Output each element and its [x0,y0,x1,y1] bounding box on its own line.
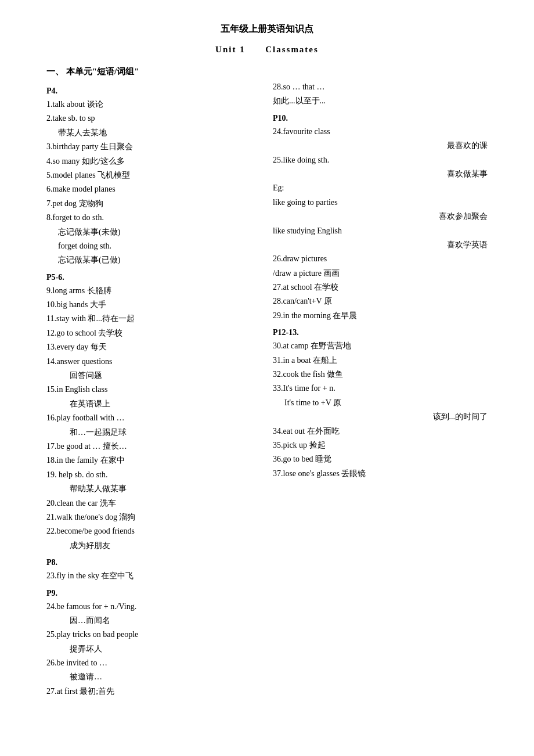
item-19-cn: 帮助某人做某事 [70,483,255,495]
right-column: 28.so … that … 如此...以至于... P10. 24.favou… [267,81,488,699]
item-9: 9.long arms 长胳膊 [46,285,255,297]
p8-label: P8. [46,558,255,567]
item-1: 1.talk about 谈论 [46,98,255,111]
p56-label: P5-6. [46,273,255,282]
item-r29: 29.in the morning 在早晨 [273,309,488,322]
item-r30: 30.at camp 在野营营地 [273,340,488,352]
item-8b: forget doing sth. [58,240,255,253]
item-22-cn: 成为好朋友 [70,539,255,552]
item-14-cn: 回答问题 [70,369,255,382]
item-27: 27.at first 最初;首先 [46,685,255,698]
item-28-cn: 如此...以至于... [273,95,488,107]
item-r27: 27.at school 在学校 [273,281,488,294]
item-3: 3.birthday party 生日聚会 [46,141,255,153]
item-26b-cn: 被邀请… [70,671,255,683]
item-r25-cn: 喜欢做某事 [273,168,488,181]
item-r25: 25.like doing sth. [273,154,488,167]
item-16-cn: 和…一起踢足球 [70,426,255,439]
item-eg2: like studying English [273,225,488,237]
item-r26b: /draw a picture 画画 [273,267,488,280]
item-r28: 28.can/can't+V 原 [273,295,488,308]
item-14: 14.answer questions [46,355,255,368]
item-r33-cn: 该到...的时间了 [273,411,488,423]
item-13: 13.every day 每天 [46,341,255,354]
item-r33: 33.It's time for + n. [273,382,488,395]
item-7: 7.pet dog 宠物狗 [46,197,255,210]
item-5: 5.model planes 飞机模型 [46,169,255,182]
item-eg1: like going to parties [273,196,488,209]
item-26b: 26.be invited to … [46,657,255,669]
item-12: 12.go to school 去学校 [46,327,255,340]
item-24b: 24.be famous for + n./Ving. [46,600,255,613]
item-r35: 35.pick up 捡起 [273,439,488,452]
item-28: 28.so … that … [273,81,488,93]
unit-title: Unit 1 Classmates [46,45,488,55]
item-15: 15.in English class [46,383,255,396]
item-25b: 25.play tricks on bad people [46,628,255,641]
item-eg: Eg: [273,182,488,195]
item-20: 20.clean the car 洗车 [46,497,255,510]
p9-label: P9. [46,589,255,598]
item-r24: 24.favourite class [273,125,488,138]
item-2-cn: 带某人去某地 [58,127,255,139]
section1-heading: 一、 本单元"短语/词组" [46,66,488,77]
item-17: 17.be good at … 擅长… [46,440,255,453]
item-r32: 32.cook the fish 做鱼 [273,368,488,381]
item-r33b: It's time to +V 原 [284,397,488,409]
item-2: 2.take sb. to sp [46,112,255,125]
item-11: 11.stay with 和...待在一起 [46,312,255,325]
item-8: 8.forget to do sth. [46,211,255,224]
unit-name: Classmates [265,45,319,54]
item-eg1-cn: 喜欢参加聚会 [273,210,488,223]
unit-label: Unit 1 [215,45,246,54]
item-r36: 36.go to bed 睡觉 [273,453,488,466]
item-22: 22.become/be good friends [46,525,255,538]
item-8-cn1: 忘记做某事(未做) [58,226,255,239]
item-19: 19. help sb. do sth. [46,469,255,481]
left-column: P4. 1.talk about 谈论 2.take sb. to sp 带某人… [46,81,267,699]
item-r34: 34.eat out 在外面吃 [273,425,488,438]
item-r37: 37.lose one's glasses 丢眼镜 [273,467,488,480]
item-8b-cn: 忘记做某事(已做) [58,254,255,267]
item-10: 10.big hands 大手 [46,298,255,311]
item-25b-cn: 捉弄坏人 [70,643,255,656]
item-r31: 31.in a boat 在船上 [273,354,488,367]
p1213-label: P12-13. [273,328,488,337]
p4-label: P4. [46,87,255,96]
item-16: 16.play football with … [46,412,255,424]
item-6: 6.make model planes [46,183,255,196]
item-24b-cn: 因…而闻名 [70,614,255,627]
item-15-cn: 在英语课上 [70,398,255,411]
item-r26: 26.draw pictures [273,253,488,265]
item-eg2-cn: 喜欢学英语 [273,239,488,251]
item-4: 4.so many 如此/这么多 [46,155,255,168]
item-23: 23.fly in the sky 在空中飞 [46,570,255,582]
page-title: 五年级上册英语知识点 [46,23,488,35]
item-21: 21.walk the/one's dog 溜狗 [46,511,255,524]
item-r24-cn: 最喜欢的课 [273,139,488,152]
item-18: 18.in the family 在家中 [46,454,255,467]
p10-label: P10. [273,114,488,123]
